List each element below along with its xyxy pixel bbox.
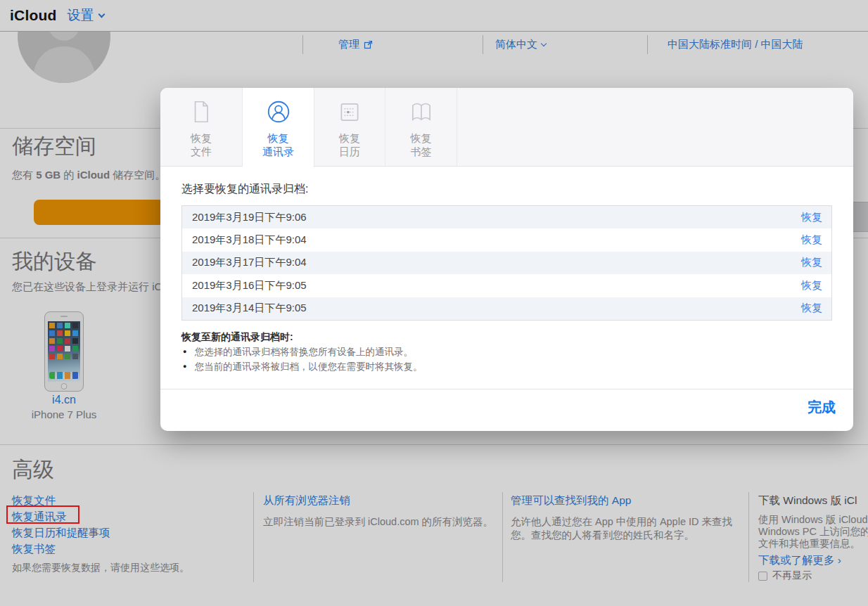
archive-row: 2019年3月18日下午9:04 恢复 (182, 228, 831, 251)
tab-restore-contacts[interactable]: 恢复通讯录 (243, 88, 314, 167)
archive-list: 2019年3月19日下午9:06 恢复 2019年3月18日下午9:04 恢复 … (181, 205, 832, 321)
archive-row: 2019年3月19日下午9:06 恢复 (182, 206, 831, 228)
tab-label-line1: 恢复 (160, 131, 242, 145)
tab-restore-calendars[interactable]: 恢复日历 (314, 88, 385, 167)
footer-divider (160, 389, 853, 389)
tab-label-line1: 恢复 (385, 131, 457, 145)
book-icon (408, 98, 435, 125)
tab-label-line2: 日历 (314, 145, 385, 158)
archive-date: 2019年3月16日下午9:05 (182, 279, 801, 292)
archive-row: 2019年3月16日下午9:05 恢复 (182, 274, 831, 297)
archive-list-heading: 选择要恢复的通讯录归档: (181, 182, 308, 197)
restore-action-link[interactable]: 恢复 (801, 279, 831, 292)
bullet-icon: ● (183, 346, 186, 358)
archive-date: 2019年3月18日下午9:04 (182, 233, 801, 247)
archive-date: 2019年3月17日下午9:04 (182, 256, 801, 269)
note-text: 您选择的通讯录归档将替换您所有设备上的通讯录。 (194, 346, 413, 359)
restore-action-link[interactable]: 恢复 (801, 302, 831, 315)
note-item: ● 您选择的通讯录归档将替换您所有设备上的通讯录。 (183, 346, 413, 359)
restore-contacts-dialog: 恢复文件 恢复通讯录 恢复日历 (160, 88, 853, 431)
file-icon (188, 98, 215, 125)
red-annotation-box (6, 505, 79, 524)
notes-title: 恢复至新的通讯录归档时: (181, 331, 293, 344)
icloud-settings-page: iCloud 设置 管理 简体中文 中国大陆标准时间 / 中国大陆 储存空间 您… (0, 0, 868, 606)
tab-restore-bookmarks[interactable]: 恢复书签 (385, 88, 457, 167)
archive-date: 2019年3月14日下午9:05 (182, 302, 801, 315)
tab-label-line2: 通讯录 (243, 145, 314, 158)
archive-date: 2019年3月19日下午9:06 (182, 211, 801, 224)
tab-label-line1: 恢复 (243, 131, 314, 145)
tab-label-line2: 书签 (385, 145, 457, 158)
restore-action-link[interactable]: 恢复 (801, 211, 831, 224)
tab-label-line1: 恢复 (314, 131, 385, 145)
restore-action-link[interactable]: 恢复 (801, 256, 831, 269)
archive-row: 2019年3月17日下午9:04 恢复 (182, 252, 831, 274)
tab-restore-files[interactable]: 恢复文件 (160, 88, 243, 167)
note-text: 您当前的通讯录将被归档，以便您在需要时将其恢复。 (194, 361, 422, 373)
contacts-icon (265, 98, 292, 125)
calendar-icon (336, 98, 363, 125)
note-item: ● 您当前的通讯录将被归档，以便您在需要时将其恢复。 (183, 361, 422, 373)
restore-action-link[interactable]: 恢复 (801, 233, 831, 247)
restore-tab-strip: 恢复文件 恢复通讯录 恢复日历 (160, 88, 853, 167)
archive-row: 2019年3月14日下午9:05 恢复 (182, 297, 831, 320)
tab-label-line2: 文件 (160, 145, 242, 158)
done-button[interactable]: 完成 (808, 398, 836, 417)
bullet-icon: ● (183, 361, 186, 373)
